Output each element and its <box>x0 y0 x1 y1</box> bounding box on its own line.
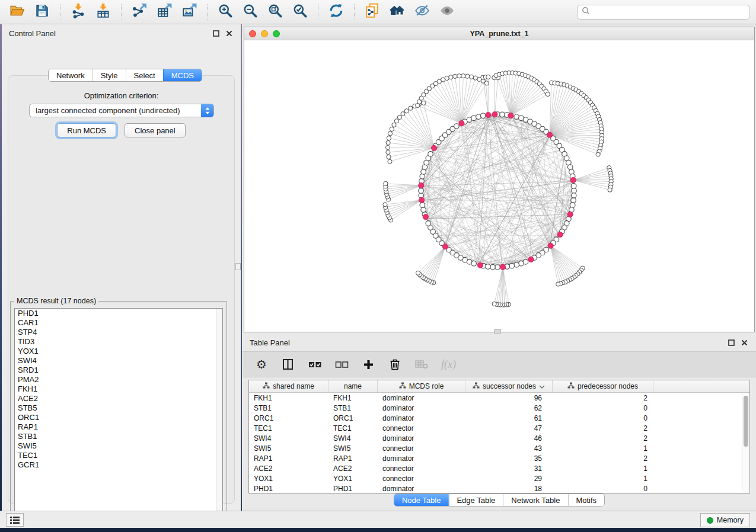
network-dominator-node[interactable] <box>486 112 491 117</box>
tab-node-table[interactable]: Node Table <box>394 494 449 506</box>
criterion-select[interactable]: largest connected component (undirected) <box>29 104 214 117</box>
table-cell[interactable]: 0 <box>553 414 653 422</box>
open-file-button[interactable] <box>6 2 28 22</box>
network-dominator-node[interactable] <box>547 132 552 137</box>
network-edge[interactable] <box>425 246 445 278</box>
table-cell[interactable]: 62 <box>465 404 553 412</box>
network-dominator-node[interactable] <box>423 214 428 220</box>
list-scrollbar-track[interactable] <box>216 309 222 516</box>
table-cell[interactable]: 0 <box>553 485 653 493</box>
network-edge[interactable] <box>503 267 507 305</box>
network-leaf-node[interactable] <box>556 282 560 286</box>
network-leaf-node[interactable] <box>404 109 409 113</box>
table-cell[interactable]: 2 <box>553 394 653 402</box>
export-network-button[interactable] <box>128 2 151 22</box>
network-node[interactable] <box>420 203 425 208</box>
table-cell[interactable]: SWI5 <box>249 444 328 453</box>
table-cell[interactable]: STB1 <box>249 404 328 412</box>
network-node[interactable] <box>571 198 576 203</box>
table-cell[interactable]: ORC1 <box>328 414 378 422</box>
network-edge[interactable] <box>388 143 435 148</box>
table-row[interactable]: PHD1PHD1dominator180 <box>249 483 749 493</box>
network-node[interactable] <box>454 124 460 129</box>
network-node[interactable] <box>419 188 424 194</box>
network-leaf-node[interactable] <box>401 112 405 116</box>
table-cell[interactable]: 43 <box>465 444 553 453</box>
network-edge[interactable] <box>394 125 435 148</box>
mcds-result-item[interactable]: CAR1 <box>15 318 222 328</box>
network-edge[interactable] <box>551 246 566 282</box>
table-cell[interactable]: YOX1 <box>328 475 378 483</box>
network-leaf-node[interactable] <box>416 271 420 275</box>
network-node[interactable] <box>421 169 426 175</box>
tab-motifs[interactable]: Motifs <box>567 494 604 506</box>
table-cell[interactable]: 18 <box>465 485 553 493</box>
mcds-result-item[interactable]: TEC1 <box>15 451 222 460</box>
mcds-result-item[interactable]: ORC1 <box>15 413 222 422</box>
show-panels-button[interactable] <box>6 513 24 527</box>
add-column-button[interactable] <box>361 356 375 373</box>
network-leaf-node[interactable] <box>470 75 474 79</box>
memory-button[interactable]: Memory <box>700 513 750 527</box>
network-edge[interactable] <box>390 200 422 218</box>
network-edge[interactable] <box>386 200 422 210</box>
mcds-result-item[interactable]: STB1 <box>15 432 222 441</box>
network-node[interactable] <box>519 261 524 266</box>
network-node[interactable] <box>569 169 575 175</box>
network-leaf-node[interactable] <box>484 81 489 85</box>
table-row[interactable]: ORC1ORC1dominator610 <box>249 413 749 423</box>
network-edge[interactable] <box>495 78 498 114</box>
network-node[interactable] <box>571 184 576 189</box>
table-cell[interactable]: dominator <box>378 454 465 463</box>
network-dominator-node[interactable] <box>567 211 573 217</box>
show-all-button[interactable] <box>436 2 458 22</box>
horizontal-splitter-handle[interactable] <box>494 329 501 334</box>
table-cell[interactable]: ACE2 <box>249 464 328 473</box>
function-builder-button[interactable]: f(x) <box>441 356 456 373</box>
mcds-result-item[interactable]: GCR1 <box>15 460 222 470</box>
network-node[interactable] <box>481 113 486 118</box>
table-cell[interactable]: ACE2 <box>328 464 378 473</box>
table-cell[interactable]: ORC1 <box>249 414 328 422</box>
network-leaf-node[interactable] <box>383 203 387 207</box>
table-cell[interactable]: PHD1 <box>328 485 378 493</box>
network-node[interactable] <box>471 116 477 121</box>
network-leaf-node[interactable] <box>465 74 470 78</box>
network-leaf-node[interactable] <box>422 101 426 105</box>
table-cell[interactable]: 31 <box>465 464 553 473</box>
network-leaf-node[interactable] <box>486 75 490 79</box>
table-cell[interactable]: 29 <box>465 475 553 483</box>
close-table-panel-button[interactable] <box>739 338 749 347</box>
network-node[interactable] <box>514 114 519 120</box>
table-cell[interactable]: STB1 <box>328 404 378 412</box>
network-leaf-node[interactable] <box>386 140 390 145</box>
network-node[interactable] <box>571 193 576 198</box>
network-edge[interactable] <box>511 78 531 116</box>
table-row[interactable]: ACE2ACE2connector311 <box>249 463 749 473</box>
export-image-button[interactable] <box>178 2 200 22</box>
network-window-titlebar[interactable]: YPA_prune.txt_1 <box>244 27 754 40</box>
network-node[interactable] <box>514 262 519 268</box>
mcds-result-item[interactable]: STP4 <box>15 328 222 337</box>
network-edge[interactable] <box>494 78 495 114</box>
table-cell[interactable]: 1 <box>553 475 653 483</box>
mcds-result-item[interactable]: YOX1 <box>15 347 222 356</box>
network-node[interactable] <box>500 112 505 117</box>
table-settings-button[interactable]: ⚙ <box>254 356 269 373</box>
network-edge[interactable] <box>388 148 434 148</box>
network-dominator-node[interactable] <box>500 264 505 270</box>
table-cell[interactable]: RAP1 <box>249 454 328 463</box>
mcds-result-list[interactable]: PHD1CAR1STP4TID3YOX1SWI4SRD1PMA2FKH1ACE2… <box>14 308 223 517</box>
network-leaf-node[interactable] <box>461 74 465 78</box>
table-cell[interactable]: SWI4 <box>328 434 378 443</box>
network-edge[interactable] <box>551 246 568 281</box>
network-node[interactable] <box>570 203 575 208</box>
network-leaf-node[interactable] <box>388 132 392 136</box>
mcds-result-item[interactable]: SWI4 <box>15 356 222 366</box>
mcds-result-item[interactable]: TID3 <box>15 337 222 347</box>
network-edge[interactable] <box>414 106 434 148</box>
select-all-button[interactable] <box>308 356 322 373</box>
float-panel-button[interactable] <box>211 29 221 37</box>
search-input[interactable] <box>593 7 745 17</box>
network-leaf-node[interactable] <box>546 92 550 96</box>
